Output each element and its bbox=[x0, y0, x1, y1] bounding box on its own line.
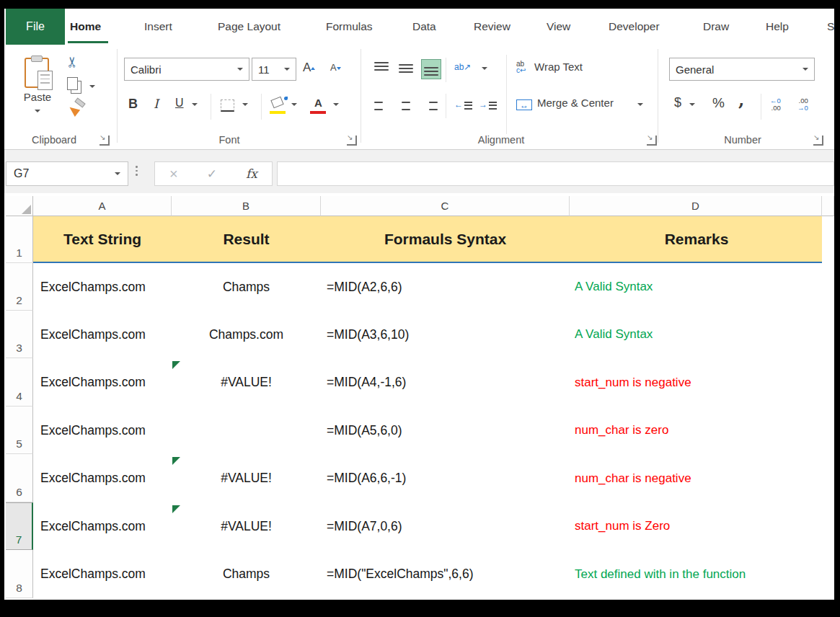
tab-view[interactable]: View bbox=[547, 9, 570, 45]
font-size-select[interactable]: 11 bbox=[252, 58, 296, 81]
tab-file[interactable]: File bbox=[6, 9, 65, 45]
formula-input[interactable] bbox=[277, 161, 834, 186]
cell-remark[interactable]: Text defined with in the function bbox=[570, 550, 823, 598]
increase-decimal-button[interactable]: ←0 .00 bbox=[770, 97, 781, 112]
increase-font-size-button[interactable]: A bbox=[303, 61, 315, 75]
tab-data[interactable]: Data bbox=[412, 9, 436, 45]
font-dialog-launcher-icon[interactable]: ↘ bbox=[347, 136, 357, 146]
tab-developer[interactable]: Developer bbox=[609, 9, 660, 45]
cell-text-string[interactable]: ExcelChamps.com bbox=[33, 454, 172, 502]
alignment-dialog-launcher-icon[interactable]: ↘ bbox=[647, 136, 657, 146]
number-format-select[interactable]: General bbox=[669, 58, 815, 81]
column-header-partial[interactable] bbox=[822, 196, 834, 216]
wrap-text-button[interactable]: Wrap Text bbox=[534, 61, 583, 73]
cell-text-string[interactable]: ExcelChamps.com bbox=[33, 358, 172, 407]
cell-remark[interactable]: start_num is Zero bbox=[570, 502, 823, 550]
decrease-font-size-button[interactable]: A bbox=[330, 62, 341, 73]
format-painter-icon[interactable] bbox=[68, 101, 82, 115]
percent-button[interactable]: % bbox=[712, 95, 725, 111]
header-remarks[interactable]: Remarks bbox=[570, 216, 823, 262]
cell-syntax[interactable]: =MID(A5,6,0) bbox=[321, 407, 570, 454]
font-color-icon[interactable]: A bbox=[314, 97, 322, 109]
copy-dropdown-caret[interactable] bbox=[89, 85, 95, 88]
align-right-button[interactable] bbox=[421, 95, 440, 114]
column-header-c[interactable]: C bbox=[321, 196, 570, 216]
row-header-7-selected[interactable]: 7 bbox=[6, 502, 33, 550]
row-header-6[interactable]: 6 bbox=[6, 454, 33, 502]
cell-remark[interactable]: num_char is negative bbox=[570, 454, 823, 502]
column-header-a[interactable]: A bbox=[33, 196, 172, 216]
cell-remark[interactable]: A Valid Syntax bbox=[570, 263, 823, 311]
cell-syntax[interactable]: =MID(A6,6,-1) bbox=[321, 454, 570, 502]
align-top-button[interactable] bbox=[372, 59, 391, 78]
cell-syntax[interactable]: =MID(A4,-1,6) bbox=[321, 358, 570, 407]
align-middle-button[interactable] bbox=[397, 59, 415, 78]
row-header-2[interactable]: 2 bbox=[6, 263, 33, 311]
align-center-button[interactable] bbox=[397, 95, 415, 114]
cell-result[interactable]: Champs bbox=[172, 263, 321, 311]
paste-dropdown-caret[interactable] bbox=[35, 110, 40, 112]
formula-bar-drag-dots-icon[interactable] bbox=[136, 166, 138, 176]
orientation-button[interactable]: ab↗ bbox=[454, 62, 471, 72]
cell-remark[interactable]: num_char is zero bbox=[570, 407, 823, 454]
number-dialog-launcher-icon[interactable]: ↘ bbox=[813, 136, 823, 146]
cell-result[interactable]: #VALUE! bbox=[172, 358, 321, 407]
comma-style-button[interactable]: , bbox=[738, 89, 744, 110]
tab-cut-off[interactable]: S bbox=[827, 9, 834, 45]
cut-icon[interactable]: ✂ bbox=[63, 56, 81, 68]
tab-formulas[interactable]: Formulas bbox=[326, 9, 373, 45]
cell-remark[interactable]: start_num is negative bbox=[570, 358, 823, 407]
font-name-select[interactable]: Calibri bbox=[124, 58, 249, 81]
cell-text-string[interactable]: ExcelChamps.com bbox=[33, 550, 172, 598]
cell-text-string[interactable]: ExcelChamps.com bbox=[33, 502, 172, 550]
insert-function-icon[interactable]: fx bbox=[246, 167, 257, 181]
cell-result[interactable] bbox=[172, 407, 321, 454]
row-header-8[interactable]: 8 bbox=[6, 550, 33, 598]
currency-dropdown-caret[interactable] bbox=[689, 103, 695, 106]
name-box-caret-icon[interactable] bbox=[115, 172, 120, 175]
italic-button[interactable]: I bbox=[154, 97, 159, 111]
cell-result[interactable]: Champs bbox=[172, 550, 321, 598]
merge-center-dropdown-caret[interactable] bbox=[637, 103, 643, 106]
tab-insert[interactable]: Insert bbox=[144, 9, 172, 45]
tab-draw[interactable]: Draw bbox=[703, 9, 729, 45]
underline-dropdown-caret[interactable] bbox=[192, 103, 198, 106]
cell-result[interactable]: #VALUE! bbox=[172, 454, 321, 502]
name-box[interactable]: G7 bbox=[6, 161, 128, 186]
header-text-string[interactable]: Text String bbox=[33, 216, 172, 262]
tab-home[interactable]: Home bbox=[70, 9, 101, 45]
header-syntax[interactable]: Formauls Syntax bbox=[321, 216, 570, 262]
borders-dropdown-caret[interactable] bbox=[242, 103, 248, 106]
borders-icon[interactable] bbox=[221, 99, 234, 112]
column-header-b[interactable]: B bbox=[172, 196, 321, 216]
bold-button[interactable]: B bbox=[128, 97, 138, 112]
underline-button[interactable]: U bbox=[175, 97, 184, 110]
cell-text-string[interactable]: ExcelChamps.com bbox=[33, 311, 172, 358]
row-header-1[interactable]: 1 bbox=[6, 216, 33, 263]
merge-center-button[interactable]: Merge & Center bbox=[537, 97, 614, 109]
column-header-d[interactable]: D bbox=[570, 196, 822, 216]
cell-remark[interactable]: A Valid Syntax bbox=[570, 311, 823, 358]
cell-syntax[interactable]: =MID(A3,6,10) bbox=[321, 311, 570, 358]
tab-review[interactable]: Review bbox=[474, 9, 510, 45]
cancel-icon[interactable]: × bbox=[169, 166, 178, 182]
cell-syntax[interactable]: =MID(A7,0,6) bbox=[321, 502, 570, 550]
cell-text-string[interactable]: ExcelChamps.com bbox=[33, 263, 172, 311]
cell-syntax[interactable]: =MID("ExcelChamps",6,6) bbox=[321, 550, 570, 598]
select-all-button[interactable] bbox=[6, 196, 33, 216]
decrease-indent-button[interactable]: ← bbox=[454, 99, 472, 110]
tab-page-layout[interactable]: Page Layout bbox=[218, 9, 280, 45]
cell-result[interactable]: #VALUE! bbox=[172, 502, 321, 550]
currency-button[interactable]: $ bbox=[674, 95, 681, 110]
tab-help[interactable]: Help bbox=[766, 9, 789, 45]
row-header-4[interactable]: 4 bbox=[6, 358, 33, 407]
row-header-3[interactable]: 3 bbox=[6, 311, 33, 358]
align-left-button[interactable] bbox=[372, 95, 391, 114]
decrease-decimal-button[interactable]: .00 →0 bbox=[797, 97, 808, 112]
header-result[interactable]: Result bbox=[172, 216, 321, 262]
enter-icon[interactable]: ✓ bbox=[207, 167, 217, 182]
align-bottom-button[interactable] bbox=[421, 59, 441, 79]
row-header-5[interactable]: 5 bbox=[6, 407, 33, 454]
clipboard-dialog-launcher-icon[interactable]: ↘ bbox=[100, 136, 110, 146]
increase-indent-button[interactable]: → bbox=[479, 99, 497, 110]
